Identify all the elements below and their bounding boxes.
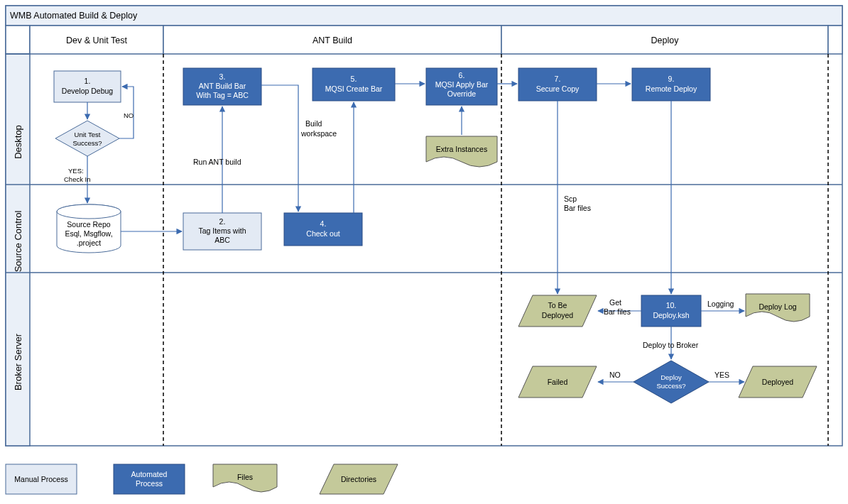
svg-text:Bar files: Bar files — [564, 204, 591, 212]
row-broker: Broker Server — [13, 333, 23, 390]
node-deploy-log: Deploy Log — [746, 294, 810, 322]
svg-text:Run ANT build: Run ANT build — [193, 158, 241, 166]
svg-text:4.: 4. — [320, 219, 327, 228]
svg-text:MQSI Apply Bar: MQSI Apply Bar — [435, 80, 489, 89]
svg-text:With Tag = ABC: With Tag = ABC — [196, 91, 249, 99]
svg-text:3.: 3. — [219, 72, 226, 81]
node-to-be-deployed: To Be Deployed — [518, 295, 597, 327]
svg-text:ANT Build Bar: ANT Build Bar — [199, 82, 246, 90]
svg-text:Directories: Directories — [341, 475, 376, 483]
svg-text:Process: Process — [136, 479, 163, 488]
svg-text:.project: .project — [77, 239, 102, 247]
svg-text:Files: Files — [237, 473, 253, 481]
svg-text:Extra Instances: Extra Instances — [436, 145, 487, 153]
node-source-repo: Source Repo Esql, Msgflow, .project — [57, 204, 121, 253]
svg-text:YES:: YES: — [68, 167, 84, 175]
svg-rect-2 — [6, 26, 30, 54]
svg-text:Success?: Success? — [656, 382, 685, 390]
svg-text:Secure Copy: Secure Copy — [536, 84, 580, 93]
svg-text:1.: 1. — [85, 77, 91, 85]
node-failed: Failed — [518, 366, 597, 398]
svg-text:ABC: ABC — [214, 236, 230, 244]
col-ant: ANT Build — [312, 35, 352, 45]
svg-text:Develop Debug: Develop Debug — [62, 87, 114, 95]
svg-text:Bar files: Bar files — [604, 307, 631, 316]
svg-text:Deployed: Deployed — [542, 311, 574, 319]
svg-text:YES: YES — [714, 371, 729, 379]
svg-text:Esql, Msgflow,: Esql, Msgflow, — [65, 229, 112, 238]
svg-text:10.: 10. — [666, 301, 677, 309]
svg-text:2.: 2. — [219, 217, 226, 226]
svg-text:NO: NO — [124, 111, 134, 119]
svg-text:Unit Test: Unit Test — [75, 131, 101, 138]
col-deploy: Deploy — [651, 35, 680, 45]
svg-text:Check out: Check out — [306, 229, 339, 238]
svg-text:7.: 7. — [555, 75, 561, 83]
svg-text:Override: Override — [447, 89, 476, 98]
svg-text:workspace: workspace — [300, 129, 337, 138]
svg-text:5.: 5. — [351, 75, 357, 83]
node-extra-instances: Extra Instances — [426, 136, 497, 167]
svg-text:Remote Deploy: Remote Deploy — [646, 84, 697, 93]
diagram-title: WMB Automated Build & Deploy — [10, 11, 138, 21]
svg-text:Deploy to Broker: Deploy to Broker — [643, 341, 699, 349]
svg-text:Logging: Logging — [707, 300, 734, 308]
svg-text:Tag Items with: Tag Items with — [198, 226, 246, 235]
svg-text:Success?: Success? — [72, 139, 102, 147]
svg-text:MQSI Create Bar: MQSI Create Bar — [325, 84, 383, 93]
row-desktop: Desktop — [13, 125, 23, 159]
svg-text:Scp: Scp — [564, 195, 577, 203]
svg-text:Deploy: Deploy — [661, 373, 682, 381]
legend-dirs: Directories — [320, 464, 398, 494]
edge-ant-to-checkout — [261, 85, 298, 212]
node-deployed: Deployed — [739, 366, 817, 398]
svg-text:Manual Process: Manual Process — [14, 475, 67, 483]
svg-text:Source Repo: Source Repo — [67, 220, 110, 229]
row-source: Source Control — [13, 211, 23, 273]
svg-point-18 — [57, 204, 121, 219]
svg-text:Build: Build — [305, 119, 322, 128]
svg-text:Deploy Log: Deploy Log — [759, 302, 796, 311]
svg-text:NO: NO — [609, 371, 621, 379]
svg-text:Automated: Automated — [131, 470, 168, 478]
svg-text:Check In: Check In — [64, 175, 91, 183]
svg-text:6.: 6. — [459, 71, 465, 80]
svg-text:Get: Get — [609, 298, 621, 307]
svg-rect-6 — [828, 26, 842, 54]
svg-rect-0 — [6, 6, 842, 446]
svg-text:Failed: Failed — [548, 378, 568, 386]
svg-text:9.: 9. — [668, 75, 675, 83]
svg-text:Deploy.ksh: Deploy.ksh — [653, 311, 689, 319]
svg-text:Deployed: Deployed — [762, 378, 794, 386]
col-dev: Dev & Unit Test — [66, 35, 127, 45]
legend-files: Files — [213, 464, 277, 492]
decision-unit-test — [55, 121, 119, 156]
wmb-flow-diagram: WMB Automated Build & Deploy Dev & Unit … — [0, 0, 848, 504]
svg-text:To Be: To Be — [548, 301, 567, 309]
